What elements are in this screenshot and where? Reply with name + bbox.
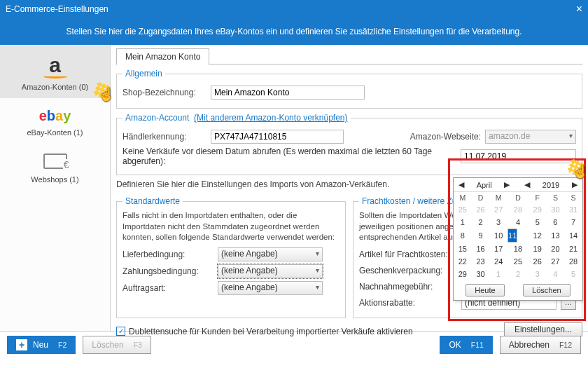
legend-account: Amazon-Account (Mit anderem Amazon-Konto…	[122, 113, 351, 123]
prev-year-icon[interactable]: ◀	[522, 180, 532, 189]
dow-header: D	[507, 192, 528, 203]
calendar-day[interactable]: 12	[528, 229, 547, 243]
calendar-day[interactable]: 27	[547, 255, 565, 268]
duplicate-check-label: Dublettensuche für Kunden bei Verarbeitu…	[129, 327, 413, 336]
info-banner: Stellen Sie hier die Zugangsdaten Ihres …	[0, 18, 588, 45]
ebay-logo-icon: ebay	[3, 108, 107, 124]
sidebar-item-label: eBay-Konten (1)	[3, 128, 107, 137]
calendar-day[interactable]: 4	[547, 268, 565, 280]
label-order: Auftragsart:	[122, 283, 214, 293]
calendar-day[interactable]: 26	[472, 203, 490, 216]
calendar-day[interactable]: 30	[547, 203, 565, 216]
window-title: E-Commerce-Einstellungen	[6, 4, 108, 14]
today-button[interactable]: Heute	[465, 284, 504, 297]
shop-name-input[interactable]	[211, 86, 365, 100]
cutoff-date-input[interactable]	[461, 149, 576, 163]
calendar-grid: MDMDFSS 25262728293031123456789101112131…	[454, 192, 582, 280]
pay-select[interactable]: (keine Angabe)	[218, 264, 323, 278]
fieldset-defaults: Standardwerte Falls nicht in den Importd…	[116, 196, 346, 318]
label-date-note: Keine Verkäufe vor diesem Datum abrufen …	[122, 146, 456, 166]
window-titlebar: E-Commerce-Einstellungen ×	[0, 0, 588, 18]
calendar-day[interactable]: 21	[564, 243, 582, 255]
calendar-day[interactable]: 1	[489, 268, 507, 280]
calendar-day[interactable]: 2	[472, 216, 490, 229]
dow-header: F	[528, 192, 547, 203]
sidebar-item-amazon[interactable]: a Amazon-Konten (0) ☝	[0, 45, 110, 98]
settings-button[interactable]: Einstellungen...	[504, 322, 582, 336]
legend-general: Allgemein	[122, 69, 165, 79]
delete-button[interactable]: LöschenF3	[83, 336, 151, 354]
calendar-day[interactable]: 15	[454, 243, 472, 255]
calendar-day[interactable]: 5	[528, 216, 547, 229]
next-month-icon[interactable]: ▶	[502, 180, 512, 189]
calendar-day[interactable]: 25	[507, 255, 528, 268]
order-select[interactable]: (keine Angabe)	[218, 281, 323, 295]
calendar-day[interactable]: 22	[454, 255, 472, 268]
relink-account-link[interactable]: (Mit anderem Amazon-Konto verknüpfen)	[194, 113, 347, 123]
prev-month-icon[interactable]: ◀	[456, 180, 466, 189]
calendar-day[interactable]: 28	[564, 255, 582, 268]
calendar-day[interactable]: 23	[472, 255, 490, 268]
label-shop: Shop-Bezeichnung:	[122, 88, 206, 97]
calendar-day[interactable]: 13	[547, 229, 565, 243]
sidebar-item-webshops[interactable]: Webshops (1)	[0, 144, 110, 191]
calendar-day[interactable]: 6	[547, 216, 565, 229]
dow-header: S	[547, 192, 565, 203]
calendar-day[interactable]: 31	[564, 203, 582, 216]
tab-account[interactable]: Mein Amazon Konto	[116, 48, 209, 65]
new-button[interactable]: +NeuF2	[7, 336, 76, 354]
ship-select[interactable]: (keine Angabe)	[218, 247, 323, 261]
fieldset-general: Allgemein Shop-Bezeichnung:	[116, 69, 582, 109]
legend-defaults: Standardwerte	[122, 196, 183, 206]
calendar-day[interactable]: 29	[454, 268, 472, 280]
sidebar-item-ebay[interactable]: ebay eBay-Konten (1)	[0, 98, 110, 144]
calendar-day[interactable]: 8	[454, 229, 472, 243]
amazon-site-select[interactable]: amazon.de	[485, 130, 576, 144]
duplicate-check[interactable]: ✓ Dublettensuche für Kunden bei Verarbei…	[116, 327, 413, 336]
label-gift: Geschenkverpackung:	[359, 266, 457, 275]
close-icon[interactable]: ×	[576, 3, 582, 15]
calendar-day[interactable]: 24	[489, 255, 507, 268]
plus-icon: +	[16, 339, 27, 350]
dow-header: D	[472, 192, 490, 203]
next-year-icon[interactable]: ▶	[570, 180, 580, 189]
label-cod: Nachnahmegebühr:	[359, 282, 457, 292]
calendar-day[interactable]: 19	[528, 243, 547, 255]
main-panel: Mein Amazon Konto Allgemein Shop-Bezeich…	[111, 45, 588, 331]
calendar-day[interactable]: 16	[472, 243, 490, 255]
calendar-day[interactable]: 27	[489, 203, 507, 216]
calendar-day[interactable]: 1	[454, 216, 472, 229]
calendar-day[interactable]: 29	[528, 203, 547, 216]
amazon-logo-icon: a	[3, 55, 107, 76]
ok-button[interactable]: OKF11	[440, 336, 492, 354]
calendar-day[interactable]: 5	[564, 268, 582, 280]
dow-header: M	[489, 192, 507, 203]
sidebar-item-label: Amazon-Konten (0)	[3, 83, 107, 91]
calendar-day[interactable]: 2	[507, 268, 528, 280]
calendar-day[interactable]: 4	[507, 216, 528, 229]
calendar-day[interactable]: 14	[564, 229, 582, 243]
merchant-id-input[interactable]	[211, 130, 344, 144]
calendar-day[interactable]: 25	[454, 203, 472, 216]
calendar-day[interactable]: 7	[564, 216, 582, 229]
calendar-day[interactable]: 28	[507, 203, 528, 216]
dp-month[interactable]: April	[477, 181, 492, 189]
calendar-day[interactable]: 10	[489, 229, 507, 243]
calendar-day[interactable]: 3	[528, 268, 547, 280]
calendar-day[interactable]: 30	[472, 268, 490, 280]
calendar-day[interactable]: 18	[507, 243, 528, 255]
calendar-day[interactable]: 9	[472, 229, 490, 243]
fieldset-account: Amazon-Account (Mit anderem Amazon-Konto…	[116, 113, 582, 175]
calendar-day[interactable]: 3	[489, 216, 507, 229]
cancel-button[interactable]: AbbrechenF12	[500, 336, 581, 354]
clear-date-button[interactable]: Löschen	[523, 284, 570, 297]
calendar-day[interactable]: 26	[528, 255, 547, 268]
calendar-day[interactable]: 17	[489, 243, 507, 255]
calendar-day[interactable]: 20	[547, 243, 565, 255]
label-pay: Zahlungsbedingung:	[122, 266, 214, 276]
label-site: Amazon-Webseite:	[410, 132, 481, 142]
calendar-day[interactable]: 11	[507, 229, 517, 243]
dow-header: S	[564, 192, 582, 203]
dp-year[interactable]: 2019	[542, 181, 559, 189]
dow-header: M	[454, 192, 472, 203]
